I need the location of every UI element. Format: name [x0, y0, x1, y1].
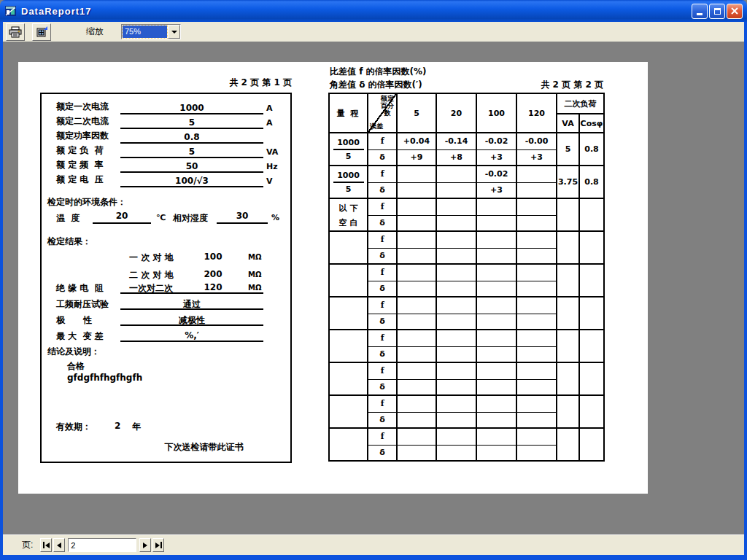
table-row: 10005f-0.023.750.8 — [329, 166, 604, 182]
va-cell — [557, 330, 579, 362]
cos-cell — [579, 395, 604, 428]
f-row-label: f — [368, 166, 397, 182]
insulation-label: 绝 缘 电 阻 — [56, 282, 104, 295]
cos-cell: 0.8 — [579, 133, 604, 166]
field-unit: V — [266, 176, 273, 186]
va-cell — [557, 428, 579, 461]
field-label: 额定功率因数 — [56, 130, 109, 142]
f-value-cell — [516, 428, 557, 445]
previous-page-button[interactable] — [53, 538, 65, 552]
delta-value-cell — [436, 248, 476, 264]
f-row-label: f — [368, 264, 397, 281]
percent-header-cell: 120 — [516, 93, 557, 133]
delta-value-cell: +8 — [436, 149, 476, 166]
zoom-dropdown-button[interactable] — [168, 25, 180, 39]
va-cell: 5 — [557, 133, 579, 166]
app-window: DataReport17 — [0, 0, 747, 560]
va-cell — [557, 297, 579, 330]
f-value-cell: -0.02 — [476, 166, 516, 182]
delta-row-label: δ — [368, 149, 397, 166]
triangle-left-icon — [57, 542, 61, 548]
delta-row-label: δ — [368, 281, 397, 297]
f-value-cell — [476, 198, 516, 215]
field-unit: A — [266, 104, 273, 113]
insulation-row-value: 100 — [184, 252, 242, 262]
field-label: 额 定 频 率 — [56, 159, 104, 171]
delta-value-cell — [436, 281, 476, 297]
range-cell — [329, 428, 368, 461]
delta-value-cell — [476, 412, 516, 428]
field-value: 100/√3 — [120, 176, 263, 186]
print-button[interactable] — [6, 23, 25, 41]
first-page-icon — [43, 542, 44, 548]
field-row: 额 定 电 压 100/√3 V — [42, 173, 290, 187]
f-value-cell — [476, 264, 516, 281]
export-button[interactable] — [32, 23, 51, 41]
range-denominator: 5 — [330, 183, 367, 198]
close-button[interactable] — [727, 4, 743, 19]
field-row: 额定一次电流 1000 A — [42, 100, 290, 114]
va-cell — [557, 395, 579, 428]
f-value-cell — [516, 198, 557, 215]
printer-icon — [9, 26, 22, 38]
report-page: 共 2 页 第 1 页 额定一次电流 1000 A 额定二次电流 5 A 额定功… — [18, 62, 648, 494]
f-value-cell — [436, 362, 476, 379]
delta-value-cell — [516, 182, 557, 198]
delta-row-label: δ — [368, 346, 397, 362]
window-border-right — [744, 22, 747, 560]
f-value-cell — [516, 362, 557, 379]
withstand-underline — [120, 298, 263, 310]
validity-value: 2 — [115, 421, 120, 431]
insulation-row-label: 一 次 对 地 — [129, 252, 174, 264]
delta-value-cell — [397, 215, 436, 231]
page-number-input[interactable] — [68, 538, 136, 552]
f-row-label: f — [368, 428, 397, 445]
field-unit: Hz — [266, 162, 278, 171]
delta-value-cell — [397, 379, 436, 395]
f-value-cell — [397, 166, 436, 182]
polarity-label: 极 性 — [56, 314, 92, 327]
range-numerator: 1000 — [333, 167, 364, 183]
range-cell — [329, 297, 368, 330]
page2-indicator: 共 2 页 第 2 页 — [541, 79, 603, 91]
maximize-icon — [714, 8, 721, 15]
window-border-bottom — [0, 555, 747, 560]
delta-row-label: δ — [368, 412, 397, 428]
delta-value-cell — [436, 379, 476, 395]
zoom-combobox[interactable]: 75% — [121, 24, 181, 39]
next-page-button[interactable] — [139, 538, 151, 552]
field-value: 1000 — [120, 103, 263, 113]
f-value-cell — [516, 395, 557, 412]
delta-row-label: δ — [368, 314, 397, 330]
f-value-cell — [436, 198, 476, 215]
range-cell: 10005 — [329, 133, 368, 166]
field-underline — [120, 186, 263, 187]
delta-value-cell — [436, 314, 476, 330]
va-cell — [557, 264, 579, 297]
diag-top-label: 额定百分数 — [379, 95, 395, 117]
page2-title-angle: 角差值 δ 的倍率因数(′) — [330, 79, 422, 91]
delta-value-cell — [476, 215, 516, 231]
field-label: 额 定 负 荷 — [56, 144, 104, 157]
field-label: 额 定 电 压 — [56, 174, 104, 186]
delta-value-cell — [516, 412, 557, 428]
f-value-cell — [436, 395, 476, 412]
last-page-button[interactable] — [152, 538, 164, 552]
field-row: 额定功率因数 0.8 — [42, 129, 290, 144]
f-value-cell — [476, 362, 516, 379]
percent-header-cell: 20 — [436, 93, 476, 133]
table-row: f — [329, 428, 604, 445]
range-cell — [329, 264, 368, 297]
delta-value-cell: +3 — [476, 182, 516, 198]
maximize-button[interactable] — [709, 4, 725, 19]
minimize-button[interactable] — [692, 4, 708, 19]
table-row: f — [329, 231, 604, 248]
env-section-title: 检定时的环境条件： — [47, 196, 126, 209]
f-value-cell — [436, 297, 476, 314]
f-value-cell — [516, 166, 557, 182]
range-note-line: 以 下 — [330, 201, 367, 215]
first-page-button[interactable] — [40, 538, 52, 552]
percent-header-cell: 100 — [476, 93, 516, 133]
f-value-cell — [397, 395, 436, 412]
delta-value-cell — [436, 445, 476, 461]
